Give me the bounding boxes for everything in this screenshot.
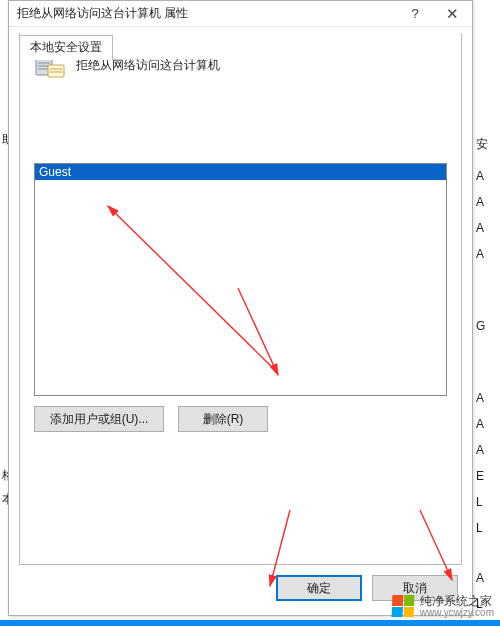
bg-right-item: A xyxy=(470,162,500,188)
windows-logo-icon xyxy=(391,595,414,617)
bg-right-item: A xyxy=(470,188,500,214)
watermark-text: 纯净系统之家 www.ycwjzy.com xyxy=(420,595,494,618)
svg-rect-5 xyxy=(48,65,64,77)
add-user-button[interactable]: 添加用户或组(U)... xyxy=(34,406,164,432)
bg-right-item: L xyxy=(470,488,500,514)
watermark: 纯净系统之家 www.ycwjzy.com xyxy=(392,595,494,618)
watermark-line2: www.ycwjzy.com xyxy=(420,608,494,619)
help-button[interactable]: ? xyxy=(398,1,432,27)
tab-local-security[interactable]: 本地安全设置 xyxy=(19,35,113,60)
list-item-guest[interactable]: Guest xyxy=(35,164,446,180)
watermark-line1: 纯净系统之家 xyxy=(420,595,494,608)
remove-button[interactable]: 删除(R) xyxy=(178,406,268,432)
bg-left-label-2: 格 xyxy=(0,466,8,484)
tab-panel: 拒绝从网络访问这台计算机 Guest 添加用户或组(U)... 删除(R) xyxy=(19,33,462,565)
taskbar-fragment xyxy=(0,620,500,626)
bg-right-item: A xyxy=(470,436,500,462)
bg-right-item: A xyxy=(470,214,500,240)
close-button[interactable]: ✕ xyxy=(432,1,472,27)
principals-listbox[interactable]: Guest xyxy=(34,163,447,396)
properties-dialog: 拒绝从网络访问这台计算机 属性 ? ✕ 本地安全设置 说明 拒绝从网络访问这 xyxy=(8,0,473,616)
bg-right-item: L xyxy=(470,514,500,540)
bg-left-label-3: 本 xyxy=(0,490,8,508)
list-buttons: 添加用户或组(U)... 删除(R) xyxy=(34,406,447,432)
ok-button[interactable]: 确定 xyxy=(276,575,362,601)
window-title: 拒绝从网络访问这台计算机 属性 xyxy=(17,5,398,22)
bg-right-item: A xyxy=(470,564,500,590)
bg-right-item: A xyxy=(470,240,500,266)
bg-right-item: 安 xyxy=(470,130,500,156)
bg-left-fragment: 助 格 本 xyxy=(0,100,8,480)
bg-right-fragment: 安 A A A A G A A A E L L A L xyxy=(470,130,500,574)
svg-rect-2 xyxy=(38,62,50,64)
bg-right-item: G xyxy=(470,312,500,338)
bg-right-item: A xyxy=(470,384,500,410)
bg-right-item: E xyxy=(470,462,500,488)
bg-left-label-1: 助 xyxy=(0,130,8,148)
bg-right-item: A xyxy=(470,410,500,436)
titlebar: 拒绝从网络访问这台计算机 属性 ? ✕ xyxy=(9,1,472,27)
